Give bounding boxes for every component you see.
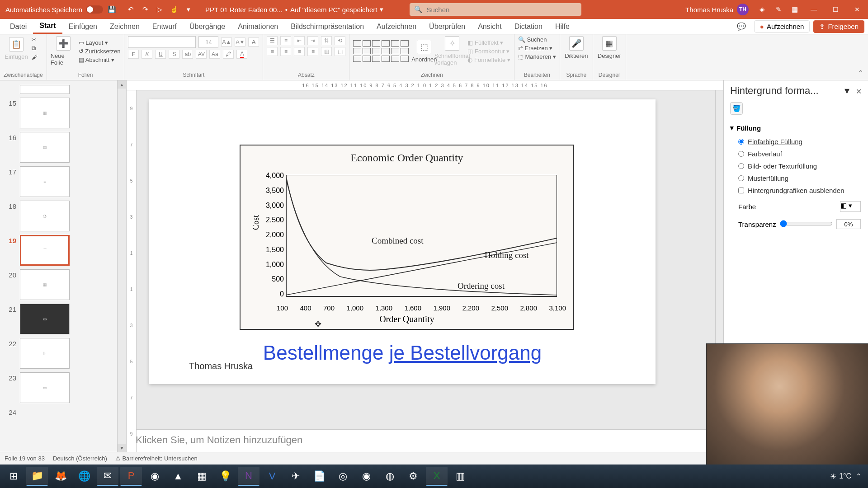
thumb-18[interactable]: 18◔ (0, 199, 126, 233)
designer-button[interactable]: ▦Designer (597, 36, 622, 59)
pen-icon[interactable]: ✎ (770, 0, 787, 19)
pane-close-icon[interactable]: ✕ (856, 88, 862, 95)
checkbox-hide-bg[interactable]: Hintergrundgrafiken ausblenden (730, 184, 862, 197)
taskbar-onenote[interactable]: N (238, 467, 259, 486)
transparency-slider[interactable] (780, 220, 833, 227)
tab-transitions[interactable]: Übergänge (183, 20, 231, 33)
arrange-button[interactable]: ⬚Anordnen (411, 40, 437, 63)
replace-button[interactable]: ⇄ Ersetzen ▾ (518, 45, 556, 52)
taskbar-app5[interactable]: ▥ (449, 467, 471, 486)
indent-dec-button[interactable]: ⇤ (294, 36, 305, 45)
save-icon[interactable]: 💾 (107, 5, 117, 14)
tab-help[interactable]: Hilfe (549, 20, 576, 33)
line-spacing-button[interactable]: ⇅ (321, 36, 332, 45)
quick-styles-button[interactable]: ✧Schnellformat vorlagen (439, 36, 465, 66)
layout-button[interactable]: ▭ Layout ▾ (79, 39, 121, 46)
diamond-icon[interactable]: ◈ (754, 0, 770, 19)
transparency-value[interactable] (836, 219, 861, 229)
shape-outline-button[interactable]: ◫ Formkontur ▾ (467, 48, 510, 55)
share-button[interactable]: ⇪Freigeben (813, 20, 864, 33)
record-button[interactable]: ●Aufzeichnen (754, 20, 810, 33)
filename-area[interactable]: PPT 01 Roter Faden 00... • Auf "diesem P… (197, 5, 392, 14)
new-slide-button[interactable]: ➕Neue Folie (51, 36, 76, 66)
thumb-20[interactable]: 20▦ (0, 267, 126, 302)
shrink-font-icon[interactable]: A▼ (235, 38, 245, 47)
bullets-button[interactable]: ☰ (267, 36, 278, 45)
comments-icon[interactable]: 💬 (732, 22, 750, 31)
select-button[interactable]: ⬚ Markieren ▾ (518, 53, 556, 60)
minimize-button[interactable]: — (803, 0, 825, 19)
user-account[interactable]: Thomas Hruska TH (680, 4, 754, 15)
thumb-21[interactable]: 21▭ (0, 302, 126, 336)
shadow-button[interactable]: ab (182, 50, 193, 59)
fill-bucket-icon[interactable]: 🪣 (730, 102, 743, 115)
thumbnail-scrollbar[interactable]: ▲ ▼ (117, 80, 126, 452)
taskbar-app2[interactable]: 💡 (214, 467, 236, 486)
search-input[interactable] (426, 6, 577, 14)
thumb-17[interactable]: 17≡ (0, 164, 126, 199)
taskbar-powerpoint[interactable]: P (120, 467, 142, 486)
shape-effects-button[interactable]: ◐ Formeffekte ▾ (467, 56, 510, 63)
align-left-button[interactable]: ≡ (267, 47, 278, 56)
taskbar-app1[interactable]: ▦ (191, 467, 212, 486)
scroll-down-icon[interactable]: ▼ (118, 444, 126, 452)
font-family-box[interactable] (128, 36, 196, 48)
tab-file[interactable]: Datei (4, 20, 33, 33)
copy-icon[interactable]: ⧉ (32, 45, 38, 52)
taskbar-app3[interactable]: ◉ (355, 467, 377, 486)
font-size-box[interactable]: 14 (198, 36, 218, 48)
align-center-button[interactable]: ≡ (280, 47, 291, 56)
thumb-19[interactable]: 19⌒ (0, 233, 126, 267)
taskbar-pdf[interactable]: 📄 (308, 467, 330, 486)
font-color-button[interactable]: A (236, 50, 247, 59)
radio-picture-fill[interactable]: Bild- oder Texturfüllung (730, 160, 862, 172)
weather-widget[interactable]: ☀ 1°C (830, 472, 851, 481)
tab-insert[interactable]: Einfügen (62, 20, 104, 33)
touch-mode-icon[interactable]: ☝ (169, 5, 179, 14)
taskbar-snagit[interactable]: ◉ (144, 467, 165, 486)
case-button[interactable]: Aa (209, 50, 220, 59)
tab-start[interactable]: Start (33, 19, 62, 34)
autosave-toggle[interactable] (86, 5, 103, 14)
collapse-ribbon-icon[interactable]: ⌃ (858, 69, 863, 77)
taskbar-telegram[interactable]: ✈ (285, 467, 307, 486)
find-button[interactable]: 🔍 Suchen (518, 36, 556, 43)
columns-button[interactable]: ▥ (321, 47, 332, 56)
shapes-gallery[interactable] (353, 40, 409, 62)
radio-gradient-fill[interactable]: Farbverlauf (730, 148, 862, 160)
spacing-button[interactable]: AV (196, 50, 207, 59)
reset-button[interactable]: ↺ Zurücksetzen (79, 48, 121, 55)
thumb-24-partial[interactable]: 24 (0, 405, 126, 418)
pane-collapse-icon[interactable]: ▾ (844, 85, 849, 96)
thumb-15[interactable]: 15▦ (0, 96, 126, 130)
accessibility-checker[interactable]: ⚠ Barrierefreiheit: Untersuchen (115, 455, 198, 462)
system-tray[interactable]: ☀ 1°C ⌃ (830, 472, 865, 481)
thumb-22[interactable]: 22⊪ (0, 336, 126, 371)
slide[interactable]: Economic Order Quantity Cost 4,0003,5003… (149, 99, 656, 384)
taskbar-visio[interactable]: V (261, 467, 283, 486)
dictate-button[interactable]: 🎤Diktieren (564, 36, 589, 59)
start-from-beginning-icon[interactable]: ▷ (155, 5, 165, 14)
grow-font-icon[interactable]: A▲ (221, 38, 232, 47)
clear-format-icon[interactable]: A̶ (248, 38, 259, 47)
align-right-button[interactable]: ≡ (294, 47, 305, 56)
chevron-down-icon[interactable]: ▾ (380, 5, 383, 14)
radio-solid-fill[interactable]: Einfarbige Füllung (730, 136, 862, 148)
redo-icon[interactable]: ↷ (140, 5, 150, 14)
calendar-icon[interactable]: ▦ (787, 0, 803, 19)
taskbar-app4[interactable]: ◍ (379, 467, 401, 486)
format-painter-icon[interactable]: 🖌 (32, 54, 38, 61)
taskbar-chrome[interactable]: 🌐 (73, 467, 95, 486)
thumb-23[interactable]: 23▭ (0, 371, 126, 405)
thumb-16[interactable]: 16▤ (0, 130, 126, 164)
tab-design[interactable]: Entwurf (146, 20, 183, 33)
indent-inc-button[interactable]: ⇥ (307, 36, 318, 45)
maximize-button[interactable]: ☐ (825, 0, 846, 19)
taskbar-vlc[interactable]: ▲ (167, 467, 189, 486)
thumb-14-partial[interactable] (0, 83, 126, 96)
section-fill[interactable]: ▾Füllung (730, 120, 862, 136)
cut-icon[interactable]: ✂ (32, 36, 38, 43)
taskbar-outlook[interactable]: ✉ (97, 467, 118, 486)
start-button[interactable]: ⊞ (3, 467, 24, 486)
slide-author[interactable]: Thomas Hruska (189, 361, 253, 371)
